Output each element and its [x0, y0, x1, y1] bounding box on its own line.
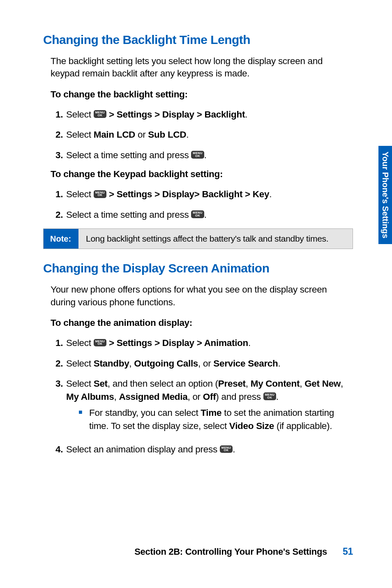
step-text: Select an animation display and press ME… [66, 443, 353, 456]
step-text: Select Standby, Outgoing Calls, or Servi… [66, 357, 353, 370]
num: 2. [51, 128, 66, 141]
text: . [248, 338, 251, 348]
list-item: 2. Select Standby, Outgoing Calls, or Se… [51, 357, 353, 370]
strong-text: Main LCD [94, 129, 135, 140]
step-text: Select MENUOK > Settings > Display > Ani… [66, 337, 353, 350]
text: Select an animation display and press [66, 444, 220, 454]
strong-text: Assigned Media [119, 392, 187, 402]
text: For standby, you can select [89, 408, 201, 418]
text: , [341, 378, 343, 389]
page-number: 51 [343, 546, 353, 557]
text: or [135, 129, 148, 140]
step-text: Select a time setting and press MENUOK. [66, 149, 353, 162]
note-text: Long backlight settings affect the batte… [78, 229, 353, 249]
text: Select a time setting and press [66, 150, 191, 160]
menu-ok-key-icon: MENUOK [220, 445, 233, 453]
menu-ok-key-icon: MENUOK [94, 339, 106, 347]
step-text: Select a time setting and press MENUOK. [66, 208, 353, 221]
list-item: 4. Select an animation display and press… [51, 443, 353, 456]
list-backlight-b: 1. Select MENUOK > Settings > Display> B… [43, 188, 353, 221]
text: Select [66, 129, 94, 140]
list-item: 1. Select MENUOK > Settings > Display> B… [51, 188, 353, 201]
note-box: Note: Long backlight settings affect the… [43, 228, 353, 249]
text: Select [66, 358, 94, 369]
strong-text: Preset [218, 378, 246, 389]
num: 2. [51, 357, 66, 370]
step-text: Select Main LCD or Sub LCD. [66, 128, 353, 141]
strong-text: Video Size [229, 421, 274, 431]
list-item: 2. Select Main LCD or Sub LCD. [51, 128, 353, 141]
strong-text: > Settings > Display > Animation [106, 338, 248, 348]
num: 1. [51, 108, 66, 121]
strong-text: Sub LCD [148, 129, 186, 140]
num: 3. [51, 377, 66, 436]
num: 2. [51, 208, 66, 221]
list-item: 1. Select MENUOK > Settings > Display > … [51, 337, 353, 350]
text: , or [198, 358, 213, 369]
text: . [204, 210, 207, 220]
text: , [129, 358, 134, 369]
strong-text: Set [94, 378, 108, 389]
strong-text: > Settings > Display > Backlight [106, 109, 245, 120]
page-footer: Section 2B: Controlling Your Phone's Set… [43, 546, 353, 557]
text: Select [66, 338, 94, 348]
sub-bullet-item: ■ For standby, you can select Time to se… [78, 406, 353, 432]
strong-text: Get New [304, 378, 341, 389]
list-item: 1. Select MENUOK > Settings > Display > … [51, 108, 353, 121]
text: , [114, 392, 119, 402]
text: (if applicable). [274, 421, 332, 431]
text: ) and press [216, 392, 263, 402]
strong-text: My Albums [66, 392, 114, 402]
text: , [300, 378, 304, 389]
step-text: Select MENUOK > Settings > Display> Back… [66, 188, 353, 201]
list-item: 3. Select Set, and then select an option… [51, 377, 353, 436]
subheading-animation-display: To change the animation display: [43, 318, 353, 328]
list-backlight-a: 1. Select MENUOK > Settings > Display > … [43, 108, 353, 162]
strong-text: Off [203, 392, 216, 402]
strong-text: > Settings > Display> Backlight > Key [106, 189, 269, 199]
num: 1. [51, 337, 66, 350]
num: 3. [51, 149, 66, 162]
text: . [245, 109, 247, 120]
num: 4. [51, 443, 66, 456]
text: , or [187, 392, 203, 402]
page-body: Changing the Backlight Time Length The b… [0, 0, 392, 488]
intro-backlight: The backlight setting lets you select ho… [43, 55, 353, 80]
bullet-text: For standby, you can select Time to set … [89, 406, 353, 432]
text: . [204, 150, 207, 160]
section-backlight: Changing the Backlight Time Length The b… [43, 33, 353, 221]
text: Select a time setting and press [66, 210, 191, 220]
menu-ok-key-icon: MENUOK [191, 151, 204, 159]
subheading-keypad-backlight: To change the Keypad backlight setting: [43, 169, 353, 180]
footer-section-title: Section 2B: Controlling Your Phone's Set… [134, 546, 327, 557]
text: . [278, 358, 281, 369]
section-animation: Changing the Display Screen Animation Yo… [43, 261, 353, 456]
subheading-backlight-setting: To change the backlight setting: [43, 89, 353, 100]
menu-ok-key-icon: MENUOK [94, 110, 106, 118]
heading-backlight: Changing the Backlight Time Length [43, 33, 353, 47]
strong-text: Standby [94, 358, 129, 369]
list-item: 3. Select a time setting and press MENUO… [51, 149, 353, 162]
text: Select [66, 109, 94, 120]
list-animation: 1. Select MENUOK > Settings > Display > … [43, 337, 353, 456]
menu-ok-key-icon: MENUOK [263, 392, 276, 400]
text: . [269, 189, 272, 199]
menu-ok-key-icon: MENUOK [94, 190, 106, 198]
text: . [233, 444, 235, 454]
text: Select [66, 189, 94, 199]
sub-bullet-list: ■ For standby, you can select Time to se… [66, 406, 353, 432]
heading-animation: Changing the Display Screen Animation [43, 261, 353, 275]
text: . [186, 129, 189, 140]
strong-text: My Content [251, 378, 300, 389]
menu-ok-key-icon: MENUOK [191, 210, 204, 218]
num: 1. [51, 188, 66, 201]
bullet-icon: ■ [78, 406, 89, 432]
strong-text: Time [201, 408, 221, 418]
side-tab: Your Phone's Settings [378, 146, 392, 244]
step-text: Select MENUOK > Settings > Display > Bac… [66, 108, 353, 121]
strong-text: Outgoing Calls [134, 358, 198, 369]
text: , [246, 378, 251, 389]
strong-text: Service Search [213, 358, 278, 369]
intro-animation: Your new phone offers options for what y… [43, 284, 353, 309]
text: , and then select an option ( [108, 378, 218, 389]
